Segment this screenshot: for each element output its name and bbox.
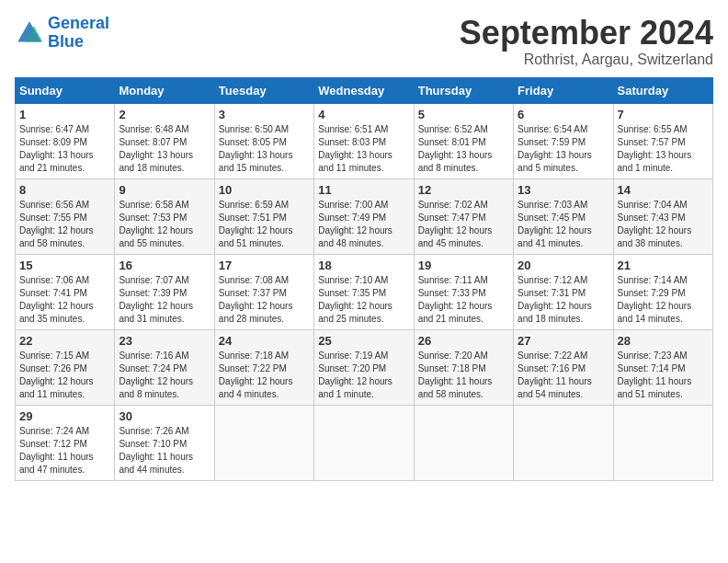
day-number: 21 xyxy=(618,259,709,272)
table-row: 11Sunrise: 7:00 AMSunset: 7:49 PMDayligh… xyxy=(314,178,414,254)
table-row xyxy=(514,405,613,480)
day-info: Sunrise: 6:50 AMSunset: 8:05 PMDaylight:… xyxy=(219,123,310,175)
day-info: Sunrise: 6:48 AMSunset: 8:07 PMDaylight:… xyxy=(119,123,210,175)
table-row: 15Sunrise: 7:06 AMSunset: 7:41 PMDayligh… xyxy=(16,254,115,329)
day-number: 27 xyxy=(518,334,609,348)
table-row: 25Sunrise: 7:19 AMSunset: 7:20 PMDayligh… xyxy=(314,329,414,405)
col-sunday: Sunday xyxy=(16,77,115,103)
table-row: 27Sunrise: 7:22 AMSunset: 7:16 PMDayligh… xyxy=(514,329,613,405)
day-number: 12 xyxy=(418,183,509,197)
table-row xyxy=(414,405,513,480)
table-row: 1Sunrise: 6:47 AMSunset: 8:09 PMDaylight… xyxy=(16,103,115,178)
day-info: Sunrise: 7:14 AMSunset: 7:29 PMDaylight:… xyxy=(618,274,709,326)
day-info: Sunrise: 7:12 AMSunset: 7:31 PMDaylight:… xyxy=(518,274,609,326)
calendar-week-row: 8Sunrise: 6:56 AMSunset: 7:55 PMDaylight… xyxy=(16,178,713,254)
logo-line2: Blue xyxy=(48,32,84,51)
day-info: Sunrise: 7:16 AMSunset: 7:24 PMDaylight:… xyxy=(119,350,210,401)
day-number: 2 xyxy=(119,108,210,121)
day-number: 14 xyxy=(618,183,709,197)
day-number: 5 xyxy=(418,108,509,121)
day-number: 23 xyxy=(119,334,210,348)
day-info: Sunrise: 6:51 AMSunset: 8:03 PMDaylight:… xyxy=(318,123,409,175)
day-info: Sunrise: 6:52 AMSunset: 8:01 PMDaylight:… xyxy=(418,123,509,175)
day-info: Sunrise: 7:18 AMSunset: 7:22 PMDaylight:… xyxy=(219,350,310,401)
day-info: Sunrise: 6:47 AMSunset: 8:09 PMDaylight:… xyxy=(19,123,110,175)
table-row: 24Sunrise: 7:18 AMSunset: 7:22 PMDayligh… xyxy=(214,329,313,405)
calendar-week-row: 22Sunrise: 7:15 AMSunset: 7:26 PMDayligh… xyxy=(16,329,713,405)
day-number: 16 xyxy=(119,259,210,272)
day-info: Sunrise: 6:58 AMSunset: 7:53 PMDaylight:… xyxy=(119,199,210,250)
calendar-table: Sunday Monday Tuesday Wednesday Thursday… xyxy=(15,77,713,481)
day-info: Sunrise: 7:19 AMSunset: 7:20 PMDaylight:… xyxy=(318,350,409,401)
day-info: Sunrise: 7:26 AMSunset: 7:10 PMDaylight:… xyxy=(119,425,210,477)
day-info: Sunrise: 7:04 AMSunset: 7:43 PMDaylight:… xyxy=(618,199,709,250)
logo-text: General Blue xyxy=(48,15,109,52)
day-info: Sunrise: 7:10 AMSunset: 7:35 PMDaylight:… xyxy=(318,274,409,326)
day-info: Sunrise: 7:20 AMSunset: 7:18 PMDaylight:… xyxy=(418,350,509,401)
day-info: Sunrise: 7:11 AMSunset: 7:33 PMDaylight:… xyxy=(418,274,509,326)
table-row: 21Sunrise: 7:14 AMSunset: 7:29 PMDayligh… xyxy=(613,254,712,329)
day-info: Sunrise: 7:24 AMSunset: 7:12 PMDaylight:… xyxy=(19,425,110,477)
table-row: 22Sunrise: 7:15 AMSunset: 7:26 PMDayligh… xyxy=(16,329,115,405)
calendar-week-row: 29Sunrise: 7:24 AMSunset: 7:12 PMDayligh… xyxy=(16,405,713,480)
day-number: 1 xyxy=(19,108,110,121)
day-info: Sunrise: 7:23 AMSunset: 7:14 PMDaylight:… xyxy=(618,350,709,401)
calendar-header-row: Sunday Monday Tuesday Wednesday Thursday… xyxy=(16,77,713,103)
calendar-body: 1Sunrise: 6:47 AMSunset: 8:09 PMDaylight… xyxy=(16,103,713,480)
table-row: 20Sunrise: 7:12 AMSunset: 7:31 PMDayligh… xyxy=(514,254,613,329)
day-info: Sunrise: 7:22 AMSunset: 7:16 PMDaylight:… xyxy=(518,350,609,401)
calendar-week-row: 1Sunrise: 6:47 AMSunset: 8:09 PMDaylight… xyxy=(16,103,713,178)
day-number: 7 xyxy=(618,108,709,121)
table-row: 3Sunrise: 6:50 AMSunset: 8:05 PMDaylight… xyxy=(214,103,313,178)
day-info: Sunrise: 7:08 AMSunset: 7:37 PMDaylight:… xyxy=(219,274,310,326)
day-info: Sunrise: 7:06 AMSunset: 7:41 PMDaylight:… xyxy=(19,274,110,326)
table-row: 30Sunrise: 7:26 AMSunset: 7:10 PMDayligh… xyxy=(115,405,214,480)
day-info: Sunrise: 7:07 AMSunset: 7:39 PMDaylight:… xyxy=(119,274,210,326)
col-friday: Friday xyxy=(514,77,613,103)
day-number: 10 xyxy=(219,183,310,197)
location-title: Rothrist, Aargau, Switzerland xyxy=(460,52,713,68)
table-row: 17Sunrise: 7:08 AMSunset: 7:37 PMDayligh… xyxy=(214,254,313,329)
day-info: Sunrise: 6:59 AMSunset: 7:51 PMDaylight:… xyxy=(219,199,310,250)
logo: General Blue xyxy=(15,15,109,52)
table-row: 29Sunrise: 7:24 AMSunset: 7:12 PMDayligh… xyxy=(16,405,115,480)
table-row: 14Sunrise: 7:04 AMSunset: 7:43 PMDayligh… xyxy=(613,178,712,254)
table-row xyxy=(613,405,712,480)
day-number: 22 xyxy=(19,334,110,348)
day-number: 18 xyxy=(318,259,409,272)
table-row: 16Sunrise: 7:07 AMSunset: 7:39 PMDayligh… xyxy=(115,254,214,329)
day-number: 13 xyxy=(518,183,609,197)
col-tuesday: Tuesday xyxy=(214,77,313,103)
day-info: Sunrise: 7:03 AMSunset: 7:45 PMDaylight:… xyxy=(518,199,609,250)
day-number: 15 xyxy=(19,259,110,272)
day-number: 19 xyxy=(418,259,509,272)
day-number: 9 xyxy=(119,183,210,197)
table-row xyxy=(214,405,313,480)
day-info: Sunrise: 6:55 AMSunset: 7:57 PMDaylight:… xyxy=(618,123,709,175)
table-row: 18Sunrise: 7:10 AMSunset: 7:35 PMDayligh… xyxy=(314,254,414,329)
month-title: September 2024 xyxy=(460,15,713,52)
table-row xyxy=(314,405,414,480)
calendar-week-row: 15Sunrise: 7:06 AMSunset: 7:41 PMDayligh… xyxy=(16,254,713,329)
table-row: 5Sunrise: 6:52 AMSunset: 8:01 PMDaylight… xyxy=(414,103,513,178)
day-number: 3 xyxy=(219,108,310,121)
day-number: 8 xyxy=(19,183,110,197)
table-row: 8Sunrise: 6:56 AMSunset: 7:55 PMDaylight… xyxy=(16,178,115,254)
table-row: 26Sunrise: 7:20 AMSunset: 7:18 PMDayligh… xyxy=(414,329,513,405)
day-number: 29 xyxy=(19,409,110,423)
day-number: 11 xyxy=(318,183,409,197)
day-info: Sunrise: 7:02 AMSunset: 7:47 PMDaylight:… xyxy=(418,199,509,250)
day-number: 26 xyxy=(418,334,509,348)
day-number: 17 xyxy=(219,259,310,272)
day-number: 6 xyxy=(518,108,609,121)
day-number: 25 xyxy=(318,334,409,348)
col-saturday: Saturday xyxy=(613,77,712,103)
table-row: 28Sunrise: 7:23 AMSunset: 7:14 PMDayligh… xyxy=(613,329,712,405)
table-row: 12Sunrise: 7:02 AMSunset: 7:47 PMDayligh… xyxy=(414,178,513,254)
col-monday: Monday xyxy=(115,77,214,103)
table-row: 13Sunrise: 7:03 AMSunset: 7:45 PMDayligh… xyxy=(514,178,613,254)
day-number: 20 xyxy=(518,259,609,272)
col-wednesday: Wednesday xyxy=(314,77,414,103)
col-thursday: Thursday xyxy=(414,77,513,103)
day-number: 4 xyxy=(318,108,409,121)
